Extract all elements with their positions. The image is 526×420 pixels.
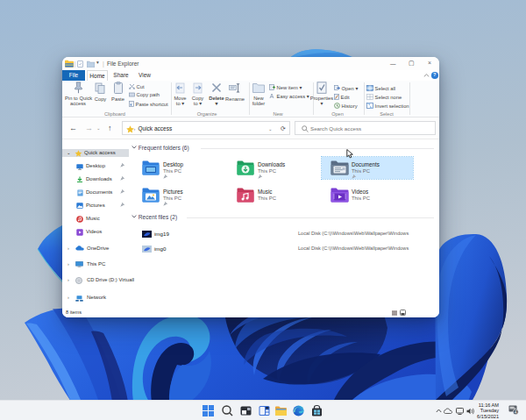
svg-text:4: 4 xyxy=(515,409,517,415)
